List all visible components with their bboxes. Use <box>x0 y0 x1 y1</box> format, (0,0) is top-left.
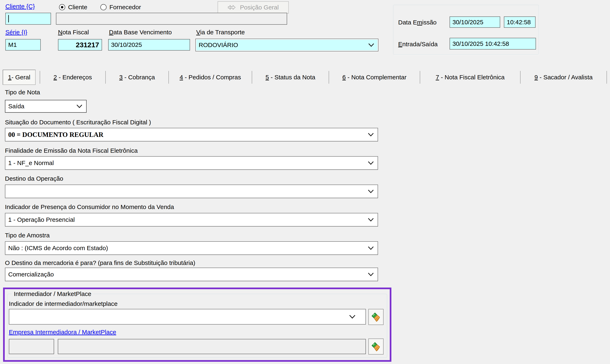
cliente-link[interactable]: Cliente {C} <box>5 2 35 10</box>
radio-cliente-icon <box>59 4 65 10</box>
double-arrow-right-icon <box>228 4 237 11</box>
indicador-intermediador-label: Indicador de intermediador/marketplace <box>9 300 118 308</box>
text-caret <box>8 15 9 22</box>
label-indicador-presenca: Indicador de Presença do Consumidor no M… <box>5 203 174 211</box>
radio-cliente-label: Cliente <box>68 4 87 11</box>
combo-indicador-presenca-value: 1 - Operação Presencial <box>8 216 75 223</box>
via-de-transporte-label: Via de Transporte <box>196 28 245 36</box>
tab-4[interactable]: 4 - Pedidos / Compras <box>177 74 243 81</box>
posicao-geral-button[interactable]: Posição Geral <box>218 1 289 13</box>
chevron-down-icon <box>368 190 374 193</box>
combo-finalidade-emissao-value: 1 - NF_e Normal <box>8 159 54 167</box>
tab-2[interactable]: 2 - Endereços <box>52 74 94 81</box>
combo-situacao-documento[interactable]: 00 = DOCUMENTO REGULAR <box>5 128 378 142</box>
data-emissao-date-input[interactable]: 30/10/2025 <box>450 16 500 28</box>
radio-fornecedor-label: Fornecedor <box>109 4 141 11</box>
tab-cell: 2 - Endereços <box>40 71 106 84</box>
data-emissao-time-input[interactable]: 10:42:58 <box>504 16 536 28</box>
combo-indicador-presenca[interactable]: 1 - Operação Presencial <box>5 213 378 226</box>
combo-tipo-de-nota[interactable]: Saída <box>5 100 87 113</box>
nota-fiscal-label: Nota Fiscal <box>58 28 89 36</box>
combo-destino-mercadoria[interactable]: Comercialização <box>5 268 378 281</box>
cliente-code-input[interactable] <box>5 13 51 25</box>
tab-5[interactable]: 5 - Status da Nota <box>264 74 317 81</box>
tab-1[interactable]: 1 - Geral <box>3 70 36 85</box>
nota-fiscal-input[interactable]: 231217 <box>58 39 102 51</box>
label-tipo-de-nota: Tipo de Nota <box>5 88 40 96</box>
cliente-name-input[interactable] <box>56 13 287 25</box>
tab-6[interactable]: 6 - Nota Complementar <box>340 74 409 81</box>
tab-9[interactable]: 9 - Sacador / Avalista <box>532 74 595 81</box>
tab-cell: 5 - Status da Nota <box>252 71 329 84</box>
indicador-intermediador-combo[interactable] <box>9 309 366 325</box>
tab-cell: 1 - Geral <box>0 71 40 84</box>
clear-empresa-button[interactable] <box>368 338 384 354</box>
clear-broom-icon <box>371 341 381 352</box>
chevron-down-icon <box>368 246 374 250</box>
chevron-down-icon <box>349 315 356 319</box>
data-base-vencimento-input[interactable]: 30/10/2025 <box>108 39 190 51</box>
chevron-down-icon <box>368 43 374 47</box>
chevron-down-icon <box>368 273 374 276</box>
serie-input[interactable]: M1 <box>5 39 41 51</box>
tab-cell: 4 - Pedidos / Compras <box>169 71 252 84</box>
intermediador-marketplace-highlight: Intermediador / MarketPlace Indicador de… <box>3 287 391 362</box>
posicao-geral-label: Posição Geral <box>240 4 279 11</box>
empresa-name-input[interactable] <box>58 339 366 354</box>
entrada-saida-label: Entrada/Saída <box>398 40 438 48</box>
label-situacao-documento: Situação do Documento ( Escrituração Fis… <box>5 118 151 126</box>
radio-cliente[interactable]: Cliente <box>59 4 87 11</box>
combo-destino-mercadoria-value: Comercialização <box>8 271 54 278</box>
tab-3[interactable]: 3 - Cobrança <box>117 74 157 81</box>
combo-tipo-amostra-value: Não : (ICMS de Acordo com Estado) <box>8 245 108 252</box>
marketplace-group-title: Intermediador / MarketPlace <box>12 290 93 298</box>
empresa-intermediadora-link[interactable]: Empresa Intermediadora / MarketPlace <box>9 328 116 336</box>
serie-link[interactable]: Série {I} <box>5 28 27 36</box>
combo-tipo-de-nota-value: Saída <box>8 103 24 110</box>
combo-tipo-amostra[interactable]: Não : (ICMS de Acordo com Estado) <box>5 241 378 255</box>
via-de-transporte-combo[interactable]: RODOVIÁRIO <box>195 39 378 51</box>
tab-cell: 6 - Nota Complementar <box>329 71 420 84</box>
label-tipo-amostra: Tipo de Amostra <box>5 232 50 239</box>
combo-situacao-documento-value: 00 = DOCUMENTO REGULAR <box>8 131 104 139</box>
tab-strip: 1 - Geral2 - Endereços3 - Cobrança4 - Pe… <box>0 69 607 85</box>
label-destino-operacao: Destino da Operação <box>5 175 63 182</box>
tab-7[interactable]: 7 - Nota Fiscal Eletrônica <box>434 74 506 81</box>
data-base-vencimento-label: Data Base Vencimento <box>109 28 172 36</box>
chevron-down-icon <box>368 133 374 136</box>
chevron-down-icon <box>76 104 82 108</box>
label-finalidade-emissao: Finalidade de Emissão da Nota Fiscal Ele… <box>5 147 138 155</box>
radio-fornecedor[interactable]: Fornecedor <box>100 4 141 11</box>
combo-destino-operacao[interactable] <box>5 184 378 198</box>
combo-finalidade-emissao[interactable]: 1 - NF_e Normal <box>5 156 378 170</box>
nota-fiscal-window: Cliente {C} Cliente Fornecedor Posição G… <box>0 0 610 364</box>
label-destino-mercadoria: O Destino da mercadoria é para? (para fi… <box>5 259 195 267</box>
tab-cell: 9 - Sacador / Avalista <box>520 71 607 84</box>
empresa-code-input[interactable] <box>9 339 54 354</box>
radio-fornecedor-icon <box>100 4 106 10</box>
tab-cell: 7 - Nota Fiscal Eletrônica <box>420 71 520 84</box>
clear-broom-icon <box>371 312 381 322</box>
tab-cell: 3 - Cobrança <box>106 71 169 84</box>
clear-indicador-button[interactable] <box>368 309 384 325</box>
chevron-down-icon <box>368 218 374 221</box>
chevron-down-icon <box>368 161 374 165</box>
data-emissao-label: Data Emissão <box>398 18 437 26</box>
entrada-saida-input[interactable]: 30/10/2025 10:42:58 <box>450 38 536 50</box>
